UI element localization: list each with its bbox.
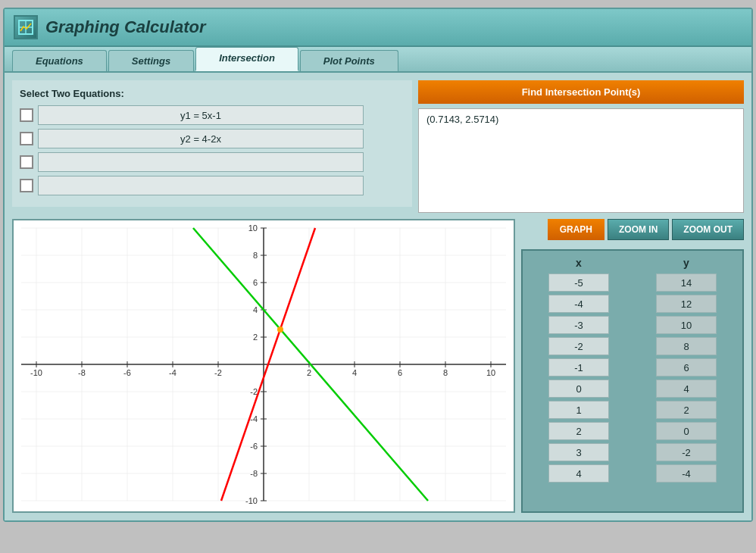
table-row: 4 -4 — [529, 464, 736, 483]
equation-row-2 — [20, 129, 405, 148]
tab-bar: Equations Settings Intersection Plot Poi… — [5, 47, 751, 73]
table-row: -5 14 — [529, 273, 736, 292]
table-row: -4 12 — [529, 295, 736, 313]
table-cell-y[interactable]: 12 — [656, 295, 717, 313]
svg-text:4: 4 — [352, 368, 357, 377]
table-cell-y[interactable]: 4 — [656, 380, 717, 398]
table-col-y: y — [656, 257, 717, 269]
zoom-in-button[interactable]: ZOOM IN — [608, 219, 669, 240]
intersection-panel: Find Intersection Point(s) (0.7143, 2.57… — [418, 80, 744, 213]
graph-container: -10 -8 -6 -4 -2 2 4 6 — [12, 219, 515, 513]
table-cell-y[interactable]: 6 — [656, 358, 717, 376]
table-cell-x[interactable]: -1 — [548, 358, 609, 376]
equation-row-4 — [20, 176, 405, 195]
graph-zoom-row: GRAPH ZOOM IN ZOOM OUT — [521, 219, 744, 240]
table-cell-x[interactable]: 1 — [548, 401, 609, 419]
table-cell-x[interactable]: 0 — [548, 380, 609, 398]
section-title: Select Two Equations: — [20, 88, 405, 99]
eq-checkbox-1[interactable] — [20, 108, 33, 122]
eq-checkbox-3[interactable] — [20, 155, 33, 169]
svg-text:2: 2 — [307, 368, 311, 377]
table-cell-y[interactable]: 2 — [656, 401, 717, 419]
graph-button[interactable]: GRAPH — [548, 219, 604, 240]
main-content: Select Two Equations: — [5, 73, 751, 520]
eq-input-1[interactable] — [38, 105, 364, 125]
table-cell-y[interactable]: 10 — [656, 316, 717, 334]
svg-text:-10: -10 — [30, 368, 42, 377]
eq-checkbox-4[interactable] — [20, 179, 33, 192]
table-cell-y[interactable]: -2 — [656, 443, 717, 461]
svg-text:8: 8 — [443, 368, 448, 377]
table-row: 0 4 — [529, 380, 736, 398]
equations-panel: Select Two Equations: — [12, 80, 412, 213]
svg-text:-4: -4 — [169, 368, 177, 377]
tab-plot-points[interactable]: Plot Points — [300, 50, 398, 71]
svg-text:-6: -6 — [250, 442, 258, 451]
table-panel: x y -5 14 -4 12 -3 10 -2 8 -1 6 0 4 1 2 — [521, 249, 744, 513]
svg-text:10: 10 — [486, 368, 495, 377]
app-window: Graphing Calculator Equations Settings I… — [3, 8, 753, 522]
table-cell-x[interactable]: 4 — [548, 464, 609, 483]
table-cell-y[interactable]: -4 — [656, 464, 717, 483]
eq-input-2[interactable] — [38, 129, 364, 148]
table-cell-x[interactable]: 3 — [548, 443, 609, 461]
controls-panel: GRAPH ZOOM IN ZOOM OUT x y -5 14 -4 12 -… — [521, 219, 744, 513]
svg-text:2: 2 — [253, 333, 258, 342]
tab-equations[interactable]: Equations — [12, 50, 107, 71]
table-cell-x[interactable]: -5 — [548, 273, 609, 292]
table-cell-y[interactable]: 14 — [656, 273, 717, 292]
svg-text:-6: -6 — [123, 368, 131, 377]
tab-intersection[interactable]: Intersection — [195, 47, 298, 71]
zoom-out-button[interactable]: ZOOM OUT — [672, 219, 744, 240]
table-row: -1 6 — [529, 358, 736, 376]
table-row: 2 0 — [529, 422, 736, 440]
table-cell-x[interactable]: -3 — [548, 316, 609, 334]
svg-text:-2: -2 — [214, 368, 222, 377]
table-col-x: x — [548, 257, 609, 269]
table-cell-y[interactable]: 8 — [656, 337, 717, 355]
table-row: 3 -2 — [529, 443, 736, 461]
eq-input-3[interactable] — [38, 152, 364, 172]
svg-text:4: 4 — [253, 305, 258, 314]
eq-checkbox-2[interactable] — [20, 132, 33, 145]
table-cell-x[interactable]: -4 — [548, 295, 609, 313]
eq-input-4[interactable] — [38, 176, 364, 195]
table-row: -2 8 — [529, 337, 736, 355]
svg-text:-10: -10 — [245, 496, 258, 505]
find-intersection-button[interactable]: Find Intersection Point(s) — [418, 80, 744, 104]
svg-text:8: 8 — [253, 251, 258, 260]
table-cell-x[interactable]: -2 — [548, 337, 609, 355]
table-row: 1 2 — [529, 401, 736, 419]
table-header: x y — [529, 257, 736, 269]
table-row: -3 10 — [529, 316, 736, 334]
equation-row-3 — [20, 152, 405, 172]
graph-svg: -10 -8 -6 -4 -2 2 4 6 — [14, 220, 514, 508]
app-icon — [14, 15, 38, 39]
svg-text:10: 10 — [248, 223, 258, 233]
intersection-point — [277, 326, 283, 333]
tab-settings[interactable]: Settings — [108, 50, 194, 71]
svg-text:6: 6 — [253, 278, 258, 287]
app-title: Graphing Calculator — [45, 17, 205, 37]
svg-text:-2: -2 — [250, 387, 258, 396]
svg-text:6: 6 — [398, 368, 402, 377]
bottom-section: -10 -8 -6 -4 -2 2 4 6 — [12, 219, 744, 513]
svg-text:-8: -8 — [78, 368, 86, 377]
equation-row-1 — [20, 105, 405, 125]
table-cell-x[interactable]: 2 — [548, 422, 609, 440]
table-body: -5 14 -4 12 -3 10 -2 8 -1 6 0 4 1 2 2 0 … — [529, 273, 736, 483]
table-cell-y[interactable]: 0 — [656, 422, 717, 440]
svg-text:-8: -8 — [250, 469, 258, 478]
title-bar: Graphing Calculator — [5, 9, 751, 47]
intersection-result: (0.7143, 2.5714) — [418, 108, 744, 213]
equations-section: Select Two Equations: — [12, 80, 412, 207]
